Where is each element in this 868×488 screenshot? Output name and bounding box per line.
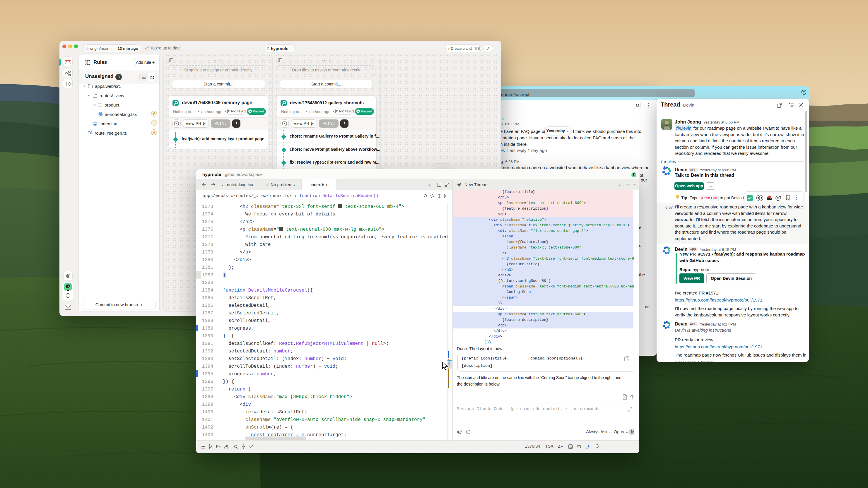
svg-text:?: ? [803, 91, 805, 94]
svg-text:MD: MD [624, 397, 627, 398]
